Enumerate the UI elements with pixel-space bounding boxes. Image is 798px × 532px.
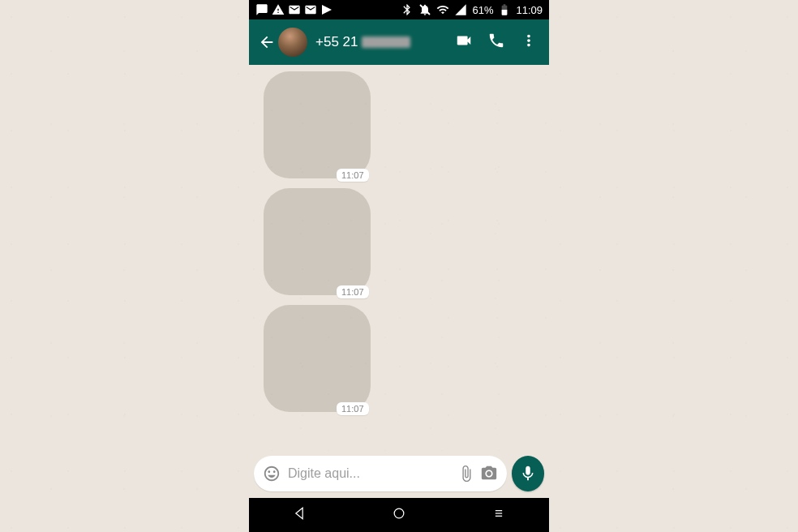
mail-icon [304, 3, 317, 16]
attach-button[interactable] [455, 462, 478, 485]
voice-call-button[interactable] [487, 32, 505, 53]
message-timestamp: 11:07 [337, 169, 369, 182]
emoji-button[interactable] [260, 462, 283, 485]
contact-number-prefix: +55 21 [315, 34, 358, 50]
wifi-icon [436, 3, 449, 16]
background-left [0, 0, 249, 532]
video-call-button[interactable] [455, 32, 473, 53]
input-bar [249, 451, 549, 498]
chat-header: +55 21 [249, 19, 549, 65]
nav-recent-button[interactable] [491, 505, 507, 525]
sticker-placeholder [264, 71, 371, 178]
mute-icon [418, 3, 431, 16]
nav-back-button[interactable] [291, 505, 307, 525]
message-timestamp: 11:07 [337, 402, 369, 415]
sticker-placeholder [264, 188, 371, 295]
bluetooth-icon [401, 3, 414, 16]
battery-icon [498, 3, 511, 16]
background-right [549, 0, 798, 532]
warning-icon [272, 3, 285, 16]
svg-point-0 [394, 508, 404, 518]
battery-pct: 61% [472, 4, 493, 16]
avatar[interactable] [278, 28, 307, 57]
chat-messages[interactable]: 11:07 11:07 11:07 [249, 65, 549, 451]
status-bar: 61% 11:09 [249, 0, 549, 19]
message-item[interactable]: 11:07 [255, 305, 543, 415]
android-nav-bar [249, 498, 549, 532]
sticker-placeholder [264, 305, 371, 412]
message-item[interactable]: 11:07 [255, 188, 543, 298]
contact-title[interactable]: +55 21 [315, 34, 455, 50]
camera-button[interactable] [478, 462, 500, 485]
mic-button[interactable] [512, 456, 544, 491]
redacted-number [362, 36, 410, 48]
play-icon [320, 3, 333, 16]
clock-time: 11:09 [516, 4, 543, 16]
more-menu-button[interactable] [520, 32, 538, 53]
nav-home-button[interactable] [391, 505, 407, 525]
gmail-icon [288, 3, 301, 16]
message-timestamp: 11:07 [337, 285, 369, 298]
message-input[interactable] [283, 466, 455, 481]
phone-frame: 61% 11:09 +55 21 11:07 11:07 11 [249, 0, 549, 532]
message-item[interactable]: 11:07 [255, 71, 543, 182]
signal-icon [454, 3, 467, 16]
input-box [254, 456, 507, 491]
back-button[interactable] [255, 26, 278, 58]
message-icon [255, 3, 268, 16]
